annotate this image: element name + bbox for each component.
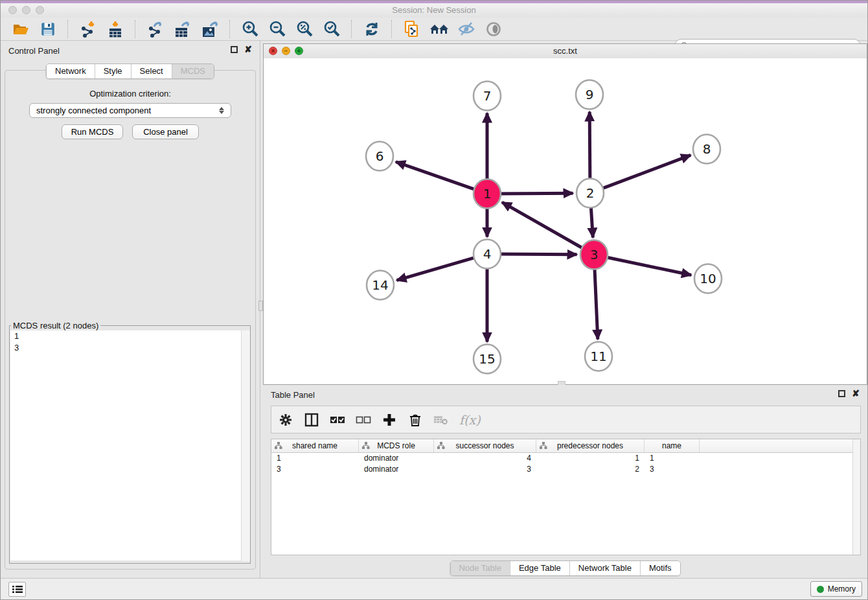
- mcds-result-title: MCDS result (2 nodes): [11, 321, 100, 330]
- select-all-icon[interactable]: [330, 412, 345, 428]
- trash-icon[interactable]: [407, 412, 423, 428]
- tab-network[interactable]: Network: [47, 64, 95, 78]
- zoom-fit-icon[interactable]: [294, 19, 315, 39]
- mcds-result-item[interactable]: 3: [10, 342, 249, 354]
- save-icon[interactable]: [38, 19, 58, 39]
- export-network-icon[interactable]: [145, 19, 166, 39]
- table-cell[interactable]: dominator: [359, 464, 434, 475]
- graph-edge-3-11[interactable]: [594, 260, 597, 340]
- window-title: Session: New Session: [1, 5, 867, 15]
- table-cell[interactable]: 3: [434, 464, 536, 475]
- graph-node-2[interactable]: 2: [577, 179, 604, 208]
- toolbar-separator: [67, 20, 69, 38]
- close-panel-icon[interactable]: ✘: [852, 390, 860, 397]
- memory-button[interactable]: Memory: [810, 581, 862, 597]
- close-panel-button[interactable]: Close panel: [132, 124, 199, 139]
- refresh-icon[interactable]: [361, 19, 382, 39]
- graph-node-9[interactable]: 9: [576, 80, 603, 110]
- tab-mcds[interactable]: MCDS: [172, 64, 214, 78]
- mcds-result-list[interactable]: 13: [10, 330, 249, 560]
- toolbar-separator: [135, 20, 136, 38]
- network-canvas[interactable]: 7968124314101511: [264, 58, 867, 384]
- float-panel-icon[interactable]: [838, 390, 845, 397]
- table-cell[interactable]: 1: [536, 453, 645, 464]
- graph-edge-1-2[interactable]: [493, 193, 573, 194]
- graph-node-4[interactable]: 4: [474, 240, 501, 269]
- run-mcds-button[interactable]: Run MCDS: [62, 124, 123, 139]
- tab-motifs[interactable]: Motifs: [640, 561, 680, 575]
- graph-edge-1-6[interactable]: [396, 162, 482, 192]
- optimization-criterion-label: Optimization criterion:: [1, 89, 260, 98]
- zoom-in-icon[interactable]: [240, 19, 260, 39]
- graph-edge-2-8[interactable]: [595, 155, 691, 191]
- destroy-table-icon[interactable]: [433, 412, 449, 428]
- table-cell[interactable]: 4: [434, 453, 536, 464]
- result-scrollbar[interactable]: [241, 330, 250, 561]
- attribute-icon: [362, 442, 370, 450]
- graph-edge-3-1[interactable]: [502, 202, 589, 252]
- table-cell[interactable]: dominator: [359, 453, 434, 464]
- graph-edge-3-10[interactable]: [599, 256, 691, 275]
- zoom-out-icon[interactable]: [267, 19, 288, 39]
- gear-icon[interactable]: [278, 412, 293, 428]
- mcds-result-item[interactable]: 1: [10, 330, 249, 342]
- column-header-MCDS-role[interactable]: MCDS role: [359, 439, 434, 452]
- table-panel-title: Table Panel: [271, 390, 315, 400]
- graph-node-15[interactable]: 15: [474, 345, 501, 374]
- function-builder-icon[interactable]: f(x): [459, 413, 481, 427]
- export-image-icon[interactable]: [200, 19, 220, 39]
- first-neighbors-icon[interactable]: [429, 19, 450, 39]
- table-cell[interactable]: 1: [645, 453, 700, 464]
- column-panel-icon[interactable]: [304, 412, 319, 428]
- graph-node-3[interactable]: 3: [580, 240, 608, 270]
- task-history-button[interactable]: [8, 582, 26, 597]
- table-header-row: shared nameMCDS rolesuccessor nodesprede…: [271, 439, 860, 453]
- graph-node-6[interactable]: 6: [366, 142, 393, 171]
- graph-node-8[interactable]: 8: [693, 135, 720, 164]
- criterion-select[interactable]: strongly connected component: [29, 103, 231, 118]
- svg-text:14: 14: [372, 277, 388, 293]
- attribute-icon: [540, 442, 547, 450]
- tab-select[interactable]: Select: [131, 64, 172, 78]
- graph-node-11[interactable]: 11: [585, 342, 612, 371]
- column-header-name[interactable]: name: [645, 439, 700, 452]
- float-panel-icon[interactable]: [231, 46, 238, 53]
- zoom-selected-icon[interactable]: [321, 19, 342, 39]
- new-network-from-selection-icon[interactable]: [402, 19, 422, 39]
- import-network-icon[interactable]: [78, 19, 98, 39]
- tab-node-table[interactable]: Node Table: [450, 561, 510, 575]
- table-cell[interactable]: 3: [645, 464, 700, 475]
- tab-edge-table[interactable]: Edge Table: [510, 561, 569, 575]
- graph-node-1[interactable]: 1: [474, 179, 501, 209]
- table-cell[interactable]: 1: [271, 453, 359, 464]
- open-folder-icon[interactable]: [10, 19, 31, 39]
- show-all-icon[interactable]: [483, 19, 504, 39]
- column-header-successor-nodes[interactable]: successor nodes: [434, 439, 536, 452]
- export-table-icon[interactable]: [172, 19, 193, 39]
- attribute-icon: [437, 442, 445, 450]
- tab-style[interactable]: Style: [95, 64, 131, 78]
- table-row[interactable]: 1dominator411: [271, 453, 860, 464]
- tab-network-table[interactable]: Network Table: [569, 561, 640, 575]
- import-table-icon[interactable]: [105, 19, 126, 39]
- add-icon[interactable]: [382, 412, 397, 428]
- graph-edge-4-3[interactable]: [493, 254, 577, 255]
- graph-edge-4-14[interactable]: [396, 255, 481, 280]
- graph-edge-2-9[interactable]: [589, 111, 590, 187]
- close-panel-icon[interactable]: ✘: [244, 46, 252, 53]
- graph-node-10[interactable]: 10: [694, 264, 722, 294]
- table-panel: Table Panel ✘: [263, 385, 867, 578]
- column-header-shared-name[interactable]: shared name: [271, 439, 359, 452]
- table-scrollbar[interactable]: [852, 439, 860, 555]
- svg-text:3: 3: [590, 247, 599, 262]
- column-header-predecessor-nodes[interactable]: predecessor nodes: [536, 439, 645, 452]
- table-cell[interactable]: 2: [536, 464, 645, 475]
- graph-node-7[interactable]: 7: [474, 82, 501, 111]
- splitter-handle[interactable]: [258, 301, 263, 311]
- hide-selected-icon[interactable]: [456, 19, 477, 39]
- table-row[interactable]: 3dominator323: [271, 464, 860, 475]
- deselect-all-icon[interactable]: [356, 412, 371, 428]
- table-cell[interactable]: 3: [271, 464, 359, 475]
- svg-text:15: 15: [479, 351, 495, 367]
- graph-node-14[interactable]: 14: [367, 271, 394, 300]
